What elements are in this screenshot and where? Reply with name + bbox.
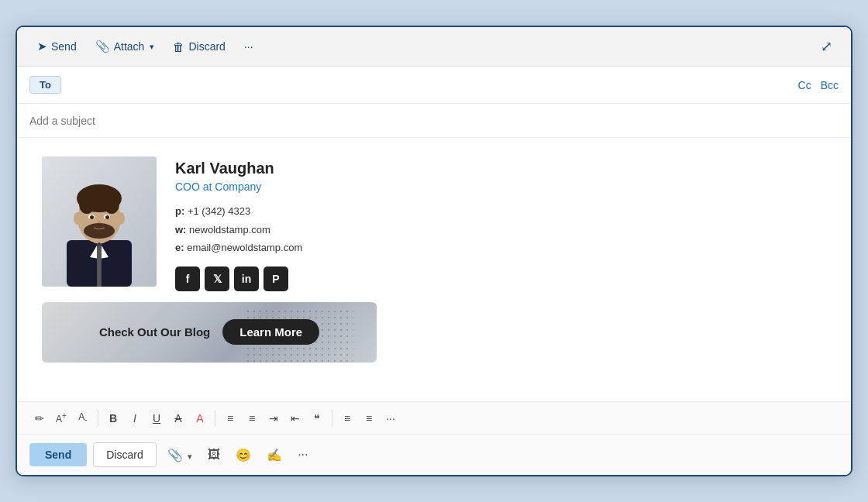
align-left-button[interactable]: ≡ (220, 409, 240, 428)
svg-point-8 (79, 195, 95, 214)
social-icons: f 𝕏 in P (175, 266, 302, 291)
format-toolbar: ✏ A+ A- B I U A A ≡ ≡ ⇥ ⇤ ❝ ≡ ≡ ··· (17, 401, 851, 434)
attach-button[interactable]: 📎 Attach ▾ (88, 36, 163, 57)
align-right-button[interactable]: ≡ (337, 409, 357, 428)
signature-icon: ✍ (267, 449, 282, 462)
signature-card: Karl Vaughan COO at Company p: +1 (342) … (42, 156, 429, 363)
strikethrough-button[interactable]: A (168, 409, 188, 428)
bottom-signature-button[interactable]: ✍ (262, 444, 287, 466)
svg-point-14 (84, 223, 115, 239)
signature-top: Karl Vaughan COO at Company p: +1 (342) … (42, 156, 429, 291)
pencil-icon[interactable]: ✏ (29, 409, 50, 428)
image-icon: 🖼 (208, 448, 220, 461)
profile-photo (42, 156, 157, 287)
underline-button[interactable]: U (146, 409, 167, 428)
send-button[interactable]: ➤ Send (29, 36, 84, 57)
more-format-button[interactable]: ··· (381, 409, 401, 428)
to-input[interactable] (69, 79, 798, 91)
attach-dropdown-icon: ▾ (188, 452, 192, 461)
align-center-button[interactable]: ≡ (242, 409, 262, 428)
subject-row (17, 104, 851, 138)
italic-button[interactable]: I (125, 409, 145, 428)
sig-web: w: newoldstamp.com (175, 222, 302, 238)
svg-point-16 (117, 212, 125, 225)
bottom-attach-button[interactable]: 📎 ▾ (163, 444, 197, 466)
emoji-icon: 😊 (236, 449, 251, 462)
email-body: Karl Vaughan COO at Company p: +1 (342) … (17, 138, 851, 401)
indent-increase-button[interactable]: ⇥ (264, 409, 284, 428)
to-badge-button[interactable]: To (29, 76, 61, 94)
svg-point-9 (104, 195, 119, 214)
more-icon: ··· (298, 448, 308, 461)
discard-button[interactable]: 🗑 Discard (165, 36, 232, 57)
font-decrease-button[interactable]: A- (73, 408, 93, 427)
svg-point-15 (74, 212, 81, 225)
font-color-button[interactable]: A (190, 409, 210, 428)
svg-point-13 (105, 215, 109, 219)
more-options-button[interactable]: ··· (236, 36, 261, 57)
blog-banner-text: Check Out Our Blog (99, 325, 210, 339)
action-bar: Send Discard 📎 ▾ 🖼 😊 ✍ ··· (17, 434, 851, 475)
svg-rect-4 (97, 242, 102, 287)
svg-point-12 (90, 215, 94, 219)
sig-email: e: email@newoldstamp.com (175, 240, 302, 256)
email-compose-window: ➤ Send 📎 Attach ▾ 🗑 Discard ··· ⤢ To Cc … (16, 26, 852, 476)
cc-button[interactable]: Cc (798, 79, 811, 91)
bottom-discard-button[interactable]: Discard (93, 442, 156, 467)
pinterest-icon[interactable]: P (264, 266, 288, 291)
learn-more-button[interactable]: Learn More (222, 319, 319, 345)
sig-phone: p: +1 (342) 4323 (175, 204, 302, 219)
facebook-icon[interactable]: f (175, 266, 200, 291)
bottom-emoji-button[interactable]: 😊 (231, 444, 256, 466)
toolbar-divider-1 (98, 411, 98, 426)
blog-banner: Check Out Our Blog Learn More (42, 302, 377, 363)
toolbar-divider-3 (332, 411, 332, 426)
blockquote-button[interactable]: ❝ (307, 409, 327, 428)
twitter-icon[interactable]: 𝕏 (205, 266, 229, 291)
expand-button[interactable]: ⤢ (815, 35, 839, 58)
bcc-button[interactable]: Bcc (821, 79, 839, 91)
cc-bcc-area: Cc Bcc (798, 79, 839, 91)
attach-chevron-icon: ▾ (150, 42, 154, 52)
trash-icon: 🗑 (173, 40, 184, 53)
bottom-send-button[interactable]: Send (29, 443, 87, 466)
indent-decrease-button[interactable]: ⇤ (285, 409, 305, 428)
subject-input[interactable] (29, 115, 839, 127)
bottom-more-button[interactable]: ··· (293, 444, 312, 466)
linkedin-icon[interactable]: in (234, 266, 259, 291)
sig-name: Karl Vaughan (175, 160, 302, 177)
toolbar-divider-2 (215, 411, 215, 426)
bottom-attach-icon: 📎 (167, 449, 183, 462)
font-increase-button[interactable]: A+ (51, 408, 71, 428)
attach-icon: 📎 (95, 40, 110, 53)
sig-title: COO at Company (175, 181, 302, 193)
to-row: To Cc Bcc (17, 67, 851, 104)
signature-info: Karl Vaughan COO at Company p: +1 (342) … (175, 156, 302, 291)
top-toolbar: ➤ Send 📎 Attach ▾ 🗑 Discard ··· ⤢ (17, 27, 851, 67)
bottom-image-button[interactable]: 🖼 (203, 444, 225, 466)
bold-button[interactable]: B (103, 409, 123, 428)
justify-button[interactable]: ≡ (359, 409, 379, 428)
send-icon: ➤ (37, 40, 47, 53)
